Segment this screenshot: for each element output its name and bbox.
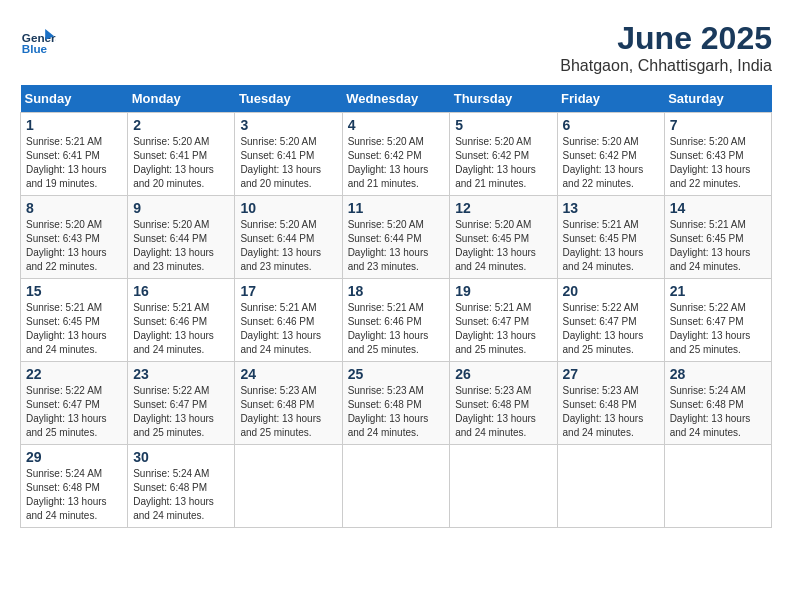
page-header: General Blue June 2025 Bhatgaon, Chhatti… [20, 20, 772, 75]
sunset-label: Sunset: 6:48 PM [670, 399, 744, 410]
day-of-week-header: Tuesday [235, 85, 342, 113]
day-number: 17 [240, 283, 336, 299]
sunrise-label: Sunrise: 5:21 AM [455, 302, 531, 313]
sunset-label: Sunset: 6:48 PM [563, 399, 637, 410]
sunrise-label: Sunrise: 5:23 AM [563, 385, 639, 396]
daylight-label: Daylight: 13 hours and 24 minutes. [563, 247, 644, 272]
day-info: Sunrise: 5:24 AM Sunset: 6:48 PM Dayligh… [133, 467, 229, 523]
day-number: 11 [348, 200, 445, 216]
day-number: 13 [563, 200, 659, 216]
sunrise-label: Sunrise: 5:22 AM [133, 385, 209, 396]
calendar-day-cell: 5 Sunrise: 5:20 AM Sunset: 6:42 PM Dayli… [450, 113, 557, 196]
calendar-day-cell: 13 Sunrise: 5:21 AM Sunset: 6:45 PM Dayl… [557, 196, 664, 279]
calendar-day-cell [557, 445, 664, 528]
sunset-label: Sunset: 6:41 PM [240, 150, 314, 161]
day-info: Sunrise: 5:20 AM Sunset: 6:44 PM Dayligh… [240, 218, 336, 274]
day-info: Sunrise: 5:24 AM Sunset: 6:48 PM Dayligh… [26, 467, 122, 523]
calendar-day-cell: 21 Sunrise: 5:22 AM Sunset: 6:47 PM Dayl… [664, 279, 771, 362]
title-block: June 2025 Bhatgaon, Chhattisgarh, India [560, 20, 772, 75]
day-number: 24 [240, 366, 336, 382]
calendar-day-cell: 15 Sunrise: 5:21 AM Sunset: 6:45 PM Dayl… [21, 279, 128, 362]
daylight-label: Daylight: 13 hours and 24 minutes. [133, 496, 214, 521]
calendar-day-cell [235, 445, 342, 528]
sunset-label: Sunset: 6:46 PM [240, 316, 314, 327]
day-number: 20 [563, 283, 659, 299]
day-number: 12 [455, 200, 551, 216]
day-info: Sunrise: 5:23 AM Sunset: 6:48 PM Dayligh… [240, 384, 336, 440]
sunset-label: Sunset: 6:48 PM [348, 399, 422, 410]
sunrise-label: Sunrise: 5:22 AM [563, 302, 639, 313]
sunrise-label: Sunrise: 5:20 AM [563, 136, 639, 147]
daylight-label: Daylight: 13 hours and 24 minutes. [26, 330, 107, 355]
sunset-label: Sunset: 6:45 PM [670, 233, 744, 244]
calendar-day-cell: 27 Sunrise: 5:23 AM Sunset: 6:48 PM Dayl… [557, 362, 664, 445]
calendar-week-row: 22 Sunrise: 5:22 AM Sunset: 6:47 PM Dayl… [21, 362, 772, 445]
calendar-day-cell: 6 Sunrise: 5:20 AM Sunset: 6:42 PM Dayli… [557, 113, 664, 196]
sunrise-label: Sunrise: 5:20 AM [26, 219, 102, 230]
daylight-label: Daylight: 13 hours and 23 minutes. [240, 247, 321, 272]
sunset-label: Sunset: 6:48 PM [26, 482, 100, 493]
day-info: Sunrise: 5:21 AM Sunset: 6:45 PM Dayligh… [563, 218, 659, 274]
sunset-label: Sunset: 6:47 PM [455, 316, 529, 327]
sunset-label: Sunset: 6:45 PM [26, 316, 100, 327]
sunset-label: Sunset: 6:46 PM [133, 316, 207, 327]
day-number: 16 [133, 283, 229, 299]
day-info: Sunrise: 5:21 AM Sunset: 6:46 PM Dayligh… [240, 301, 336, 357]
day-number: 27 [563, 366, 659, 382]
sunrise-label: Sunrise: 5:20 AM [240, 136, 316, 147]
sunrise-label: Sunrise: 5:22 AM [670, 302, 746, 313]
day-info: Sunrise: 5:22 AM Sunset: 6:47 PM Dayligh… [563, 301, 659, 357]
day-number: 21 [670, 283, 766, 299]
calendar-day-cell: 9 Sunrise: 5:20 AM Sunset: 6:44 PM Dayli… [128, 196, 235, 279]
daylight-label: Daylight: 13 hours and 21 minutes. [348, 164, 429, 189]
sunset-label: Sunset: 6:43 PM [26, 233, 100, 244]
calendar-day-cell: 1 Sunrise: 5:21 AM Sunset: 6:41 PM Dayli… [21, 113, 128, 196]
daylight-label: Daylight: 13 hours and 22 minutes. [563, 164, 644, 189]
calendar-day-cell: 11 Sunrise: 5:20 AM Sunset: 6:44 PM Dayl… [342, 196, 450, 279]
daylight-label: Daylight: 13 hours and 24 minutes. [133, 330, 214, 355]
day-number: 10 [240, 200, 336, 216]
sunrise-label: Sunrise: 5:21 AM [240, 302, 316, 313]
sunset-label: Sunset: 6:47 PM [26, 399, 100, 410]
sunset-label: Sunset: 6:45 PM [455, 233, 529, 244]
day-info: Sunrise: 5:20 AM Sunset: 6:44 PM Dayligh… [133, 218, 229, 274]
daylight-label: Daylight: 13 hours and 20 minutes. [133, 164, 214, 189]
day-info: Sunrise: 5:20 AM Sunset: 6:43 PM Dayligh… [670, 135, 766, 191]
calendar-day-cell [450, 445, 557, 528]
calendar-week-row: 15 Sunrise: 5:21 AM Sunset: 6:45 PM Dayl… [21, 279, 772, 362]
day-info: Sunrise: 5:20 AM Sunset: 6:41 PM Dayligh… [133, 135, 229, 191]
sunrise-label: Sunrise: 5:24 AM [26, 468, 102, 479]
calendar-week-row: 29 Sunrise: 5:24 AM Sunset: 6:48 PM Dayl… [21, 445, 772, 528]
day-info: Sunrise: 5:20 AM Sunset: 6:45 PM Dayligh… [455, 218, 551, 274]
daylight-label: Daylight: 13 hours and 23 minutes. [133, 247, 214, 272]
sunrise-label: Sunrise: 5:24 AM [133, 468, 209, 479]
day-of-week-header: Wednesday [342, 85, 450, 113]
day-info: Sunrise: 5:21 AM Sunset: 6:47 PM Dayligh… [455, 301, 551, 357]
sunrise-label: Sunrise: 5:23 AM [240, 385, 316, 396]
sunrise-label: Sunrise: 5:20 AM [133, 136, 209, 147]
calendar-day-cell: 18 Sunrise: 5:21 AM Sunset: 6:46 PM Dayl… [342, 279, 450, 362]
sunrise-label: Sunrise: 5:20 AM [455, 219, 531, 230]
daylight-label: Daylight: 13 hours and 25 minutes. [348, 330, 429, 355]
sunrise-label: Sunrise: 5:21 AM [133, 302, 209, 313]
location-subtitle: Bhatgaon, Chhattisgarh, India [560, 57, 772, 75]
calendar-day-cell: 16 Sunrise: 5:21 AM Sunset: 6:46 PM Dayl… [128, 279, 235, 362]
sunrise-label: Sunrise: 5:20 AM [240, 219, 316, 230]
day-number: 22 [26, 366, 122, 382]
calendar-day-cell: 25 Sunrise: 5:23 AM Sunset: 6:48 PM Dayl… [342, 362, 450, 445]
calendar-day-cell: 19 Sunrise: 5:21 AM Sunset: 6:47 PM Dayl… [450, 279, 557, 362]
sunset-label: Sunset: 6:44 PM [240, 233, 314, 244]
daylight-label: Daylight: 13 hours and 22 minutes. [26, 247, 107, 272]
daylight-label: Daylight: 13 hours and 25 minutes. [670, 330, 751, 355]
sunrise-label: Sunrise: 5:23 AM [348, 385, 424, 396]
calendar-day-cell [342, 445, 450, 528]
day-info: Sunrise: 5:23 AM Sunset: 6:48 PM Dayligh… [348, 384, 445, 440]
day-of-week-header: Saturday [664, 85, 771, 113]
daylight-label: Daylight: 13 hours and 24 minutes. [455, 413, 536, 438]
day-number: 23 [133, 366, 229, 382]
sunset-label: Sunset: 6:45 PM [563, 233, 637, 244]
sunrise-label: Sunrise: 5:20 AM [348, 219, 424, 230]
calendar-day-cell: 23 Sunrise: 5:22 AM Sunset: 6:47 PM Dayl… [128, 362, 235, 445]
daylight-label: Daylight: 13 hours and 24 minutes. [26, 496, 107, 521]
day-info: Sunrise: 5:24 AM Sunset: 6:48 PM Dayligh… [670, 384, 766, 440]
